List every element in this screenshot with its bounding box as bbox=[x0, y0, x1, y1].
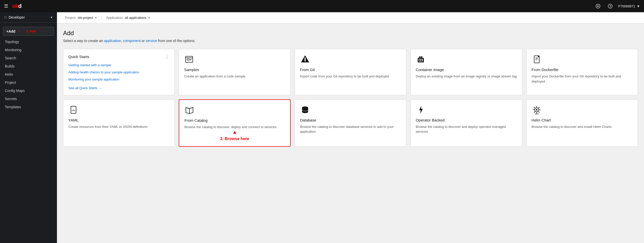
yaml-card-desc: Create resources from their YAML or JSON… bbox=[68, 124, 169, 129]
quick-starts-menu-btn[interactable]: ⋮ bbox=[165, 54, 169, 59]
database-card-desc: Browse the catalog to discover database … bbox=[300, 124, 401, 134]
from-git-card-desc: Import code from your Git repository to … bbox=[300, 74, 401, 79]
page-body: Add Select a way to create an applicatio… bbox=[57, 23, 644, 153]
context-icon: ⬡ bbox=[4, 16, 7, 19]
svg-rect-16 bbox=[421, 59, 422, 61]
add-step-label: 1. Add bbox=[26, 29, 36, 33]
helm-chart-card[interactable]: HELM Helm Chart Browse the catalog to di… bbox=[526, 99, 638, 147]
sidebar-item-project-label: Project bbox=[5, 80, 16, 85]
svg-rect-18 bbox=[421, 56, 422, 58]
context-switcher[interactable]: ⬡ Developer ▼ bbox=[0, 12, 57, 23]
app-chevron: ▼ bbox=[148, 16, 151, 19]
page-title: Add bbox=[63, 30, 638, 37]
application-link[interactable]: application bbox=[104, 39, 121, 43]
sidebar-item-topology[interactable]: Topology bbox=[0, 38, 57, 46]
svg-line-35 bbox=[534, 107, 535, 109]
add-label: +Add bbox=[6, 29, 15, 33]
sidebar-item-project[interactable]: Project bbox=[0, 78, 57, 87]
sidebar-item-helm[interactable]: Helm bbox=[0, 70, 57, 78]
project-value: ids-project bbox=[78, 16, 93, 20]
container-image-card-title: Container Image bbox=[416, 68, 517, 72]
see-all-quickstarts-link[interactable]: See all Quick Starts → bbox=[68, 86, 169, 90]
container-image-card[interactable]: Container Image Deploy an existing image… bbox=[410, 49, 522, 95]
from-dockerfile-icon bbox=[532, 54, 542, 64]
samples-icon bbox=[184, 54, 194, 64]
from-catalog-card-title: From Catalog bbox=[184, 118, 285, 123]
okd-logo: okd bbox=[12, 3, 21, 9]
sidebar-item-config-maps[interactable]: Config Maps bbox=[0, 87, 57, 95]
from-git-card-title: From Git bbox=[300, 68, 401, 72]
yaml-card[interactable]: </> YAML Create resources from their YAM… bbox=[63, 99, 175, 147]
sidebar: ⬡ Developer ▼ +Add ← 1. Add Topology Mon… bbox=[0, 12, 57, 243]
service-link[interactable]: service bbox=[146, 39, 157, 43]
sidebar-item-config-maps-label: Config Maps bbox=[5, 89, 25, 93]
svg-marker-28 bbox=[419, 106, 423, 114]
quick-start-link-3[interactable]: Monitoring your sample application bbox=[68, 77, 169, 82]
sidebar-item-monitoring-label: Monitoring bbox=[5, 48, 21, 52]
samples-card[interactable]: Samples Create an application from a cod… bbox=[179, 49, 290, 95]
add-icon-btn[interactable] bbox=[594, 2, 602, 10]
svg-line-26 bbox=[189, 107, 193, 109]
yaml-card-title: YAML bbox=[68, 118, 169, 122]
sidebar-item-monitoring[interactable]: Monitoring bbox=[0, 46, 57, 54]
sidebar-item-builds[interactable]: Builds bbox=[0, 62, 57, 70]
sidebar-item-topology-label: Topology bbox=[5, 40, 19, 44]
cards-grid-row1: Quick Starts ⋮ Getting started with a sa… bbox=[63, 49, 638, 95]
sidebar-item-search[interactable]: Search bbox=[0, 54, 57, 62]
from-dockerfile-card[interactable]: From Dockerfile Import your Dockerfile f… bbox=[526, 49, 638, 95]
component-link[interactable]: component bbox=[123, 39, 141, 43]
user-name: P70068971 bbox=[618, 4, 635, 8]
context-label: Developer bbox=[9, 15, 25, 19]
svg-rect-11 bbox=[305, 59, 306, 61]
user-menu[interactable]: P70068971 ▼ bbox=[618, 4, 640, 8]
user-chevron: ▼ bbox=[637, 4, 640, 8]
svg-line-36 bbox=[538, 111, 540, 113]
quick-start-link-1[interactable]: Getting started with a sample bbox=[68, 63, 169, 68]
container-image-icon bbox=[416, 54, 426, 64]
from-catalog-card-desc: Browse the catalog to discover, deploy a… bbox=[184, 125, 285, 130]
svg-line-38 bbox=[534, 111, 535, 113]
database-card[interactable]: Database Browse the catalog to discover … bbox=[295, 99, 406, 147]
quick-starts-card[interactable]: Quick Starts ⋮ Getting started with a sa… bbox=[63, 49, 175, 95]
project-selector[interactable]: Project: ids-project ▼ bbox=[63, 15, 99, 21]
quick-starts-title: Quick Starts bbox=[68, 55, 89, 59]
see-all-arrow: → bbox=[98, 86, 102, 90]
browse-here-arrow: ▲ bbox=[184, 129, 285, 134]
operator-backed-icon bbox=[416, 105, 426, 115]
hamburger-menu[interactable]: ☰ bbox=[4, 3, 8, 9]
browse-here-label: 2. Browse here bbox=[184, 137, 285, 141]
project-chevron: ▼ bbox=[95, 16, 97, 19]
svg-rect-7 bbox=[187, 59, 189, 60]
logo: okd bbox=[12, 3, 21, 9]
helm-chart-card-desc: Browse the catalog to discover and insta… bbox=[532, 124, 633, 129]
samples-card-desc: Create an application from a code sample bbox=[184, 74, 285, 79]
help-icon-btn[interactable]: ? bbox=[606, 2, 614, 10]
app-selector[interactable]: Application: all applications ▼ bbox=[104, 15, 153, 21]
sub-header-divider: | bbox=[101, 16, 102, 20]
helm-chart-card-title: Helm Chart bbox=[532, 118, 633, 122]
quick-start-link-2[interactable]: Adding health checks to your sample appl… bbox=[68, 70, 169, 75]
sidebar-item-templates[interactable]: Templates bbox=[0, 103, 57, 111]
svg-line-37 bbox=[538, 107, 540, 109]
operator-backed-card[interactable]: Operator Backed Browse the catalog to di… bbox=[410, 99, 522, 147]
from-git-card[interactable]: From Git Import code from your Git repos… bbox=[295, 49, 406, 95]
from-git-icon bbox=[300, 54, 310, 64]
quick-starts-header: Quick Starts ⋮ bbox=[68, 54, 169, 59]
page-subtitle: Select a way to create an application, c… bbox=[63, 39, 638, 43]
svg-rect-17 bbox=[419, 56, 421, 58]
from-catalog-icon bbox=[184, 105, 194, 115]
project-label: Project: bbox=[65, 16, 76, 20]
add-button[interactable]: +Add ← 1. Add bbox=[3, 27, 54, 36]
from-dockerfile-card-title: From Dockerfile bbox=[532, 68, 633, 72]
svg-point-12 bbox=[304, 58, 306, 59]
container-image-card-desc: Deploy an existing image from an image r… bbox=[416, 74, 517, 79]
app-layout: ⬡ Developer ▼ +Add ← 1. Add Topology Mon… bbox=[0, 12, 644, 243]
from-catalog-card[interactable]: From Catalog Browse the catalog to disco… bbox=[179, 99, 290, 147]
sidebar-item-builds-label: Builds bbox=[5, 64, 14, 68]
sidebar-item-templates-label: Templates bbox=[5, 105, 21, 109]
main-content: Project: ids-project ▼ | Application: al… bbox=[57, 12, 644, 243]
sidebar-item-secrets[interactable]: Secrets bbox=[0, 95, 57, 103]
sub-header: Project: ids-project ▼ | Application: al… bbox=[57, 12, 644, 23]
top-nav-right: ? P70068971 ▼ bbox=[594, 2, 640, 10]
cards-grid-row2: </> YAML Create resources from their YAM… bbox=[63, 99, 638, 147]
